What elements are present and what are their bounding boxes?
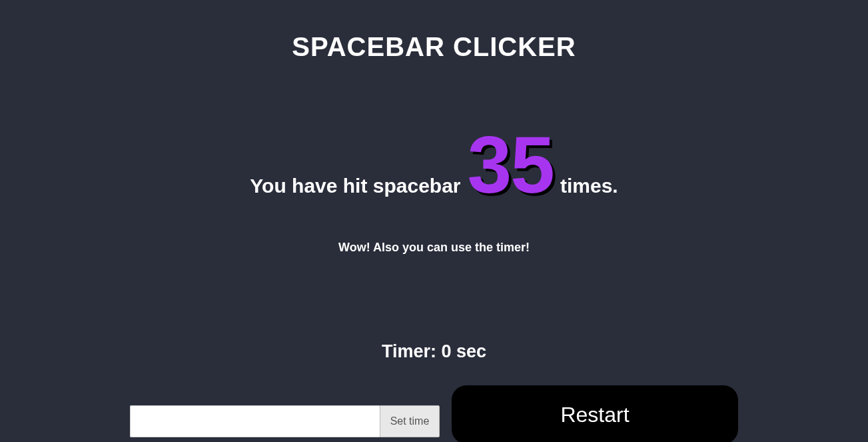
timer-unit: sec xyxy=(452,341,487,361)
hint-text: Wow! Also you can use the timer! xyxy=(338,241,530,255)
timer-value: 0 xyxy=(441,341,451,361)
counter-value: 35 xyxy=(468,129,554,201)
counter-line: You have hit spacebar 35 times. xyxy=(250,129,618,201)
restart-button[interactable]: Restart xyxy=(452,385,738,442)
counter-prefix: You have hit spacebar xyxy=(250,175,460,197)
controls-row: Set time Restart xyxy=(130,399,738,442)
page-title: SPACEBAR CLICKER xyxy=(292,32,576,62)
time-input-group: Set time xyxy=(130,405,440,437)
main-container: SPACEBAR CLICKER You have hit spacebar 3… xyxy=(0,0,868,442)
set-time-button[interactable]: Set time xyxy=(380,405,440,437)
timer-display: Timer: 0 sec xyxy=(382,341,486,362)
time-input[interactable] xyxy=(130,405,380,437)
timer-label: Timer: xyxy=(382,341,442,361)
counter-suffix: times. xyxy=(560,175,618,197)
